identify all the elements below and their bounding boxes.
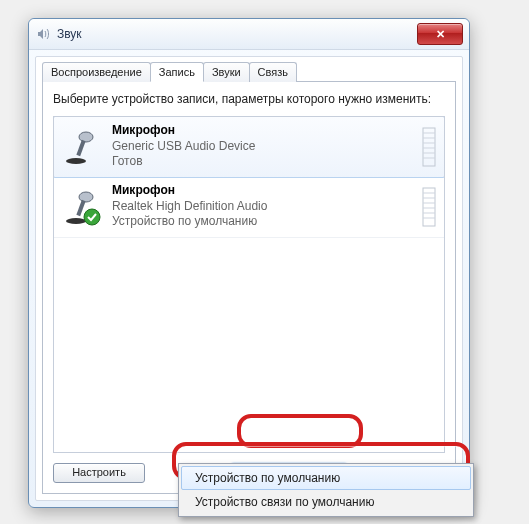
device-status: Устройство по умолчанию — [112, 214, 414, 230]
device-name: Микрофон — [112, 123, 414, 139]
speaker-icon — [35, 26, 51, 42]
tab-sounds[interactable]: Звуки — [203, 62, 250, 82]
default-dropdown-menu: Устройство по умолчанию Устройство связи… — [178, 463, 474, 517]
close-icon: ✕ — [436, 28, 445, 41]
configure-button[interactable]: Настроить — [53, 463, 145, 483]
recording-panel: Выберите устройство записи, параметры ко… — [42, 81, 456, 494]
microphone-icon — [62, 127, 102, 167]
microphone-icon — [62, 187, 102, 227]
client-area: Воспроизведение Запись Звуки Связь Выбер… — [35, 56, 463, 501]
sound-dialog: Звук ✕ Воспроизведение Запись Звуки Связ… — [28, 18, 470, 508]
device-item[interactable]: Микрофон Generic USB Audio Device Готов — [53, 116, 445, 178]
svg-point-10 — [79, 192, 93, 202]
svg-point-2 — [66, 158, 86, 164]
close-button[interactable]: ✕ — [417, 23, 463, 45]
device-item[interactable]: Микрофон Realtek High Definition Audio У… — [54, 177, 444, 238]
device-name: Микрофон — [112, 183, 414, 199]
device-driver: Generic USB Audio Device — [112, 139, 414, 155]
svg-point-0 — [79, 132, 93, 142]
svg-rect-1 — [76, 139, 85, 155]
window-title: Звук — [57, 27, 417, 41]
device-driver: Realtek High Definition Audio — [112, 199, 414, 215]
tab-strip: Воспроизведение Запись Звуки Связь — [42, 61, 456, 81]
svg-rect-3 — [423, 128, 435, 166]
svg-point-13 — [84, 209, 100, 225]
titlebar[interactable]: Звук ✕ — [29, 19, 469, 50]
level-meter — [422, 187, 436, 227]
device-status: Готов — [112, 154, 414, 170]
device-list[interactable]: Микрофон Generic USB Audio Device Готов — [53, 116, 445, 453]
tab-communications[interactable]: Связь — [249, 62, 297, 82]
device-text: Микрофон Generic USB Audio Device Готов — [112, 123, 414, 170]
svg-rect-14 — [423, 188, 435, 226]
instruction-text: Выберите устройство записи, параметры ко… — [53, 92, 445, 108]
menu-default-device[interactable]: Устройство по умолчанию — [181, 466, 471, 490]
tab-recording[interactable]: Запись — [150, 62, 204, 82]
svg-point-12 — [66, 218, 86, 224]
menu-default-comm-device[interactable]: Устройство связи по умолчанию — [181, 490, 471, 514]
level-meter — [422, 127, 436, 167]
tab-playback[interactable]: Воспроизведение — [42, 62, 151, 82]
device-text: Микрофон Realtek High Definition Audio У… — [112, 183, 414, 230]
